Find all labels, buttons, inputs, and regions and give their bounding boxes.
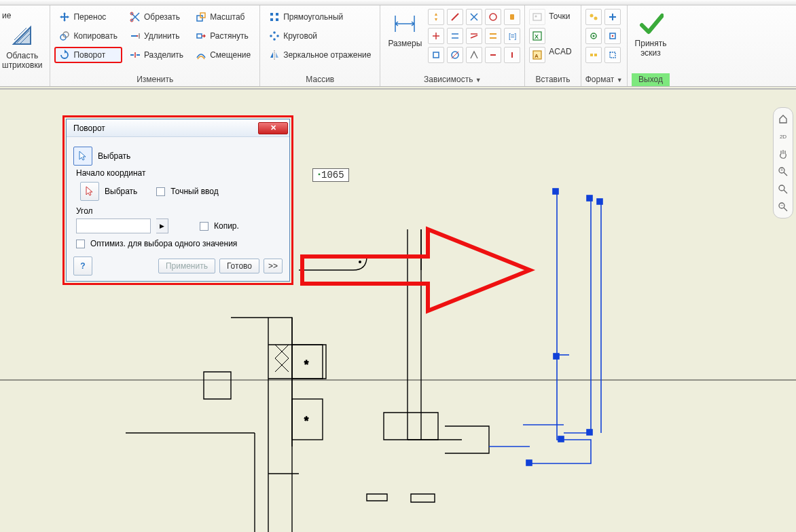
- dialog-titlebar[interactable]: Поворот ✕: [67, 119, 289, 137]
- format-tool-4[interactable]: [604, 28, 621, 44]
- constraint-tool-3[interactable]: [466, 9, 482, 25]
- dimension-button[interactable]: Размеры: [384, 9, 425, 51]
- done-button[interactable]: Готово: [219, 259, 259, 273]
- array-circ-button[interactable]: Круговой: [264, 28, 376, 44]
- points-button[interactable]: Точки: [548, 9, 576, 24]
- canvas-area[interactable]: ▪1065 * *: [0, 87, 796, 532]
- svg-rect-6: [197, 34, 202, 38]
- format-tool-2[interactable]: [604, 9, 621, 25]
- acad-button[interactable]: ACAD: [548, 44, 576, 59]
- help-icon: ?: [80, 261, 85, 271]
- stretch-label: Растянуть: [210, 31, 249, 41]
- svg-rect-45: [587, 430, 592, 435]
- constraint-tool-13[interactable]: [466, 47, 482, 63]
- constraint-tool-6[interactable]: [428, 28, 444, 44]
- constraint-tool-9[interactable]: [485, 28, 501, 44]
- svg-rect-4: [197, 16, 202, 21]
- dimension-label: Размеры: [388, 39, 422, 49]
- hatch-label-2: штриховки: [2, 60, 42, 70]
- group-exit-label: Выход: [632, 73, 670, 86]
- angle-dropdown-arrow[interactable]: ▶: [156, 218, 168, 233]
- optimize-label: Оптимиз. для выбора одного значения: [90, 239, 237, 248]
- home-view-icon[interactable]: [776, 112, 790, 126]
- rotate-icon: [59, 50, 70, 60]
- constraint-tool-5[interactable]: [504, 9, 520, 25]
- move-label: Перенос: [73, 12, 106, 22]
- trim-button[interactable]: Обрезать: [125, 9, 188, 25]
- insert-image-button[interactable]: [529, 9, 545, 25]
- constraint-tool-8[interactable]: [466, 28, 482, 44]
- copy-button[interactable]: Копировать: [54, 28, 122, 44]
- group-dimension-label[interactable]: Зависимость ▼: [384, 73, 520, 86]
- constraint-tool-7[interactable]: [447, 28, 463, 44]
- rotate-button[interactable]: Поворот: [54, 47, 122, 63]
- apply-button[interactable]: Применить: [158, 259, 215, 273]
- constraint-tool-11[interactable]: [428, 47, 444, 63]
- svg-rect-18: [433, 52, 439, 58]
- ribbon-group-insert: X A Точки ACAD Вставить: [525, 5, 581, 86]
- svg-rect-33: [594, 54, 597, 56]
- finish-sketch-button[interactable]: Принять эскиз: [632, 9, 670, 60]
- constraint-tool-12[interactable]: [447, 47, 463, 63]
- select-origin-button[interactable]: [80, 182, 99, 201]
- zoom-all-icon[interactable]: [776, 183, 790, 196]
- pan-icon[interactable]: [776, 147, 790, 161]
- constraint-tool-4[interactable]: [485, 9, 501, 25]
- select-geometry-button[interactable]: [73, 147, 92, 166]
- zoom-out-icon[interactable]: −: [776, 200, 790, 214]
- svg-point-11: [273, 31, 276, 34]
- stretch-icon: [196, 31, 206, 41]
- angle-input[interactable]: [76, 218, 151, 233]
- split-button[interactable]: Разделить: [125, 47, 188, 63]
- copy-checkbox[interactable]: [200, 222, 209, 231]
- points-label: Точки: [549, 12, 570, 21]
- scale-label: Масштаб: [210, 12, 245, 22]
- offset-button[interactable]: Смещение: [191, 47, 255, 63]
- extend-button[interactable]: Удлинить: [125, 28, 188, 44]
- angle-label: Угол: [76, 206, 283, 216]
- svg-text:A: A: [535, 53, 539, 59]
- group-hatch-label: [4, 73, 46, 86]
- copy-label: Копир.: [214, 221, 239, 231]
- acad-label: ACAD: [549, 47, 571, 56]
- constraint-tool-1[interactable]: [428, 9, 444, 25]
- zoom-in-icon[interactable]: +: [776, 165, 790, 178]
- svg-rect-16: [510, 14, 514, 20]
- svg-rect-41: [554, 354, 559, 359]
- constraint-tool-2[interactable]: [447, 9, 463, 25]
- format-tool-3[interactable]: [585, 28, 602, 44]
- help-button[interactable]: ?: [73, 256, 92, 276]
- group-format-label[interactable]: Формат ▼: [585, 73, 623, 86]
- optimize-checkbox[interactable]: [76, 240, 85, 248]
- split-label: Разделить: [144, 50, 183, 60]
- svg-rect-46: [526, 460, 532, 466]
- menubar: [0, 0, 796, 5]
- constraint-tool-14[interactable]: [485, 47, 501, 63]
- format-tool-5[interactable]: [585, 47, 602, 63]
- format-tool-6[interactable]: [604, 47, 621, 63]
- trim-icon: [130, 12, 141, 22]
- format-tool-1[interactable]: [585, 9, 602, 25]
- array-circ-label: Круговой: [283, 31, 317, 41]
- svg-point-21: [535, 16, 537, 18]
- precise-input-label: Точный ввод: [170, 187, 218, 196]
- close-button[interactable]: ✕: [258, 122, 288, 134]
- orbit-2d-icon[interactable]: 2D: [776, 130, 790, 143]
- mirror-button[interactable]: Зеркальное отражение: [264, 47, 376, 63]
- move-icon: [59, 12, 70, 22]
- constraint-tool-15[interactable]: [504, 47, 520, 63]
- precise-input-checkbox[interactable]: [156, 187, 165, 196]
- scale-button[interactable]: Масштаб: [191, 9, 255, 25]
- svg-point-27: [594, 17, 597, 20]
- svg-rect-10: [276, 18, 278, 21]
- constraint-tool-10[interactable]: [=]: [504, 28, 520, 44]
- insert-excel-button[interactable]: X: [529, 28, 545, 44]
- insert-acad-icon-button[interactable]: A: [529, 47, 545, 63]
- array-rect-button[interactable]: Прямоугольный: [264, 9, 376, 25]
- array-rect-label: Прямоугольный: [283, 12, 343, 22]
- move-button[interactable]: Перенос: [54, 9, 122, 25]
- close-icon: ✕: [270, 124, 276, 132]
- stretch-button[interactable]: Растянуть: [191, 28, 255, 44]
- expand-button[interactable]: >>: [264, 259, 283, 273]
- hatch-button[interactable]: ие Область штриховки: [0, 9, 46, 73]
